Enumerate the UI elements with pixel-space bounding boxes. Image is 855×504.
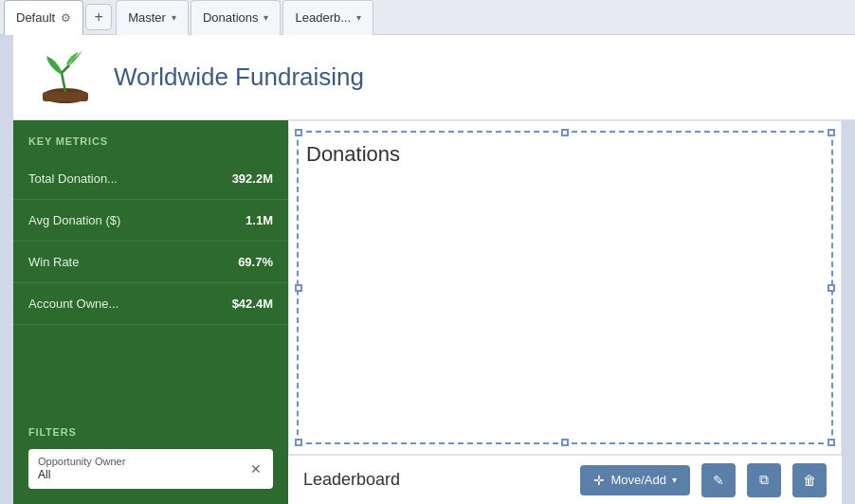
donations-selection-box: [297, 131, 833, 444]
metric-label-account: Account Owne...: [28, 297, 118, 311]
handle-top-left: [295, 129, 302, 136]
donations-area[interactable]: Donations: [288, 120, 842, 455]
chevron-down-icon: ▾: [172, 12, 176, 23]
gear-icon: ⚙: [61, 11, 71, 25]
left-panel: KEY METRICS Total Donation... 392.2M Avg…: [13, 120, 288, 504]
metric-label-total: Total Donation...: [28, 171, 118, 186]
copy-button[interactable]: ⧉: [747, 463, 781, 497]
move-add-button[interactable]: ✛ Move/Add ▾: [580, 465, 690, 495]
tab-leaderboard[interactable]: Leaderb... ▾: [282, 0, 373, 35]
body-area: KEY METRICS Total Donation... 392.2M Avg…: [13, 120, 855, 504]
tab-default-label: Default: [16, 10, 55, 25]
right-sidebar-strip: [842, 120, 855, 504]
leaderboard-title: Leaderboard: [303, 470, 569, 490]
metric-label-avg: Avg Donation ($): [28, 213, 120, 227]
filters-section: FILTERS Opportunity Owner All ✕: [13, 411, 288, 489]
plant-icon: [35, 46, 97, 108]
handle-bottom-middle: [561, 439, 569, 446]
metric-value-avg: 1.1M: [246, 213, 273, 227]
header-title: Worldwide Fundraising: [114, 63, 364, 92]
metric-row-win-rate: Win Rate 69.7%: [13, 242, 288, 283]
metric-value-win: 69.7%: [238, 255, 273, 269]
right-panel: Donations Leaderboard ✛ Move/Add ▾ ✎ ⧉: [288, 120, 842, 504]
content-wrapper: Worldwide Fundraising KEY METRICS Total …: [13, 35, 855, 504]
copy-icon: ⧉: [759, 472, 769, 488]
handle-top-middle: [561, 129, 569, 136]
handle-bottom-right: [828, 439, 835, 446]
metric-row-avg-donation: Avg Donation ($) 1.1M: [13, 200, 288, 242]
filter-chip-opportunity-owner[interactable]: Opportunity Owner All ✕: [28, 449, 273, 489]
left-sidebar-strip: [0, 35, 13, 504]
handle-top-right: [828, 129, 835, 136]
handle-middle-right: [828, 284, 835, 292]
delete-button[interactable]: 🗑: [792, 463, 827, 497]
metric-value-account: $42.4M: [232, 297, 273, 311]
tab-add-button[interactable]: +: [85, 4, 112, 30]
donations-title: Donations: [306, 142, 400, 167]
metrics-section-header: KEY METRICS: [13, 135, 288, 158]
chevron-down-icon: ▾: [356, 12, 361, 23]
move-add-label: Move/Add: [610, 473, 666, 487]
metric-value-total: 392.2M: [232, 171, 273, 186]
leaderboard-bar: Leaderboard ✛ Move/Add ▾ ✎ ⧉ 🗑: [288, 455, 842, 504]
handle-bottom-left: [295, 439, 302, 446]
plus-icon: ✛: [593, 473, 605, 488]
tab-donations[interactable]: Donations ▾: [191, 0, 282, 35]
tab-donations-label: Donations: [203, 10, 259, 25]
filter-close-button[interactable]: ✕: [248, 459, 264, 478]
filters-header: FILTERS: [28, 426, 273, 438]
filter-chip-text: Opportunity Owner All: [38, 455, 125, 483]
metric-row-total-donation: Total Donation... 392.2M: [13, 158, 288, 200]
plus-icon: +: [95, 9, 103, 26]
filter-chip-label: Opportunity Owner: [38, 455, 125, 468]
tab-leaderboard-label: Leaderb...: [295, 10, 351, 25]
chevron-down-icon: ▾: [672, 475, 677, 485]
tab-bar: Default ⚙ + Master ▾ Donations ▾ Leaderb…: [0, 0, 855, 35]
trash-icon: 🗑: [803, 473, 816, 488]
chevron-down-icon: ▾: [264, 12, 268, 23]
edit-button[interactable]: ✎: [701, 463, 736, 497]
pencil-icon: ✎: [713, 473, 724, 488]
filter-chip-value: All: [38, 468, 125, 483]
header-logo: [32, 45, 99, 111]
tab-default[interactable]: Default ⚙: [4, 0, 83, 35]
svg-rect-1: [43, 92, 88, 101]
tab-master[interactable]: Master ▾: [116, 0, 189, 35]
metric-label-win: Win Rate: [28, 255, 79, 269]
metric-row-account-owner: Account Owne... $42.4M: [13, 283, 288, 325]
main-content: Worldwide Fundraising KEY METRICS Total …: [0, 35, 855, 504]
handle-middle-left: [295, 284, 302, 292]
header-area: Worldwide Fundraising: [13, 35, 855, 120]
tab-master-label: Master: [128, 10, 166, 25]
